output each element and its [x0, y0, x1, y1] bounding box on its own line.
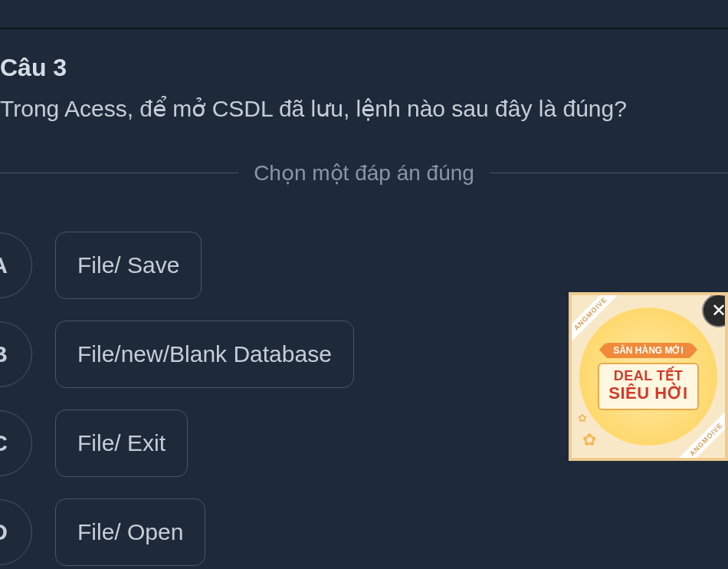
answer-text: File/ Save [55, 232, 202, 299]
question-number: Câu 3 [0, 54, 728, 82]
flower-icon: ✿ [582, 430, 596, 450]
ad-deal-box: DEAL TẾT SIÊU HỜI [598, 363, 698, 410]
divider-line-left [0, 173, 238, 173]
flower-icon: ✿ [578, 412, 587, 424]
answer-text: File/ Open [55, 498, 205, 566]
answer-letter: D [0, 499, 32, 565]
answer-option-d[interactable]: D File/ Open [0, 498, 728, 566]
ad-banner[interactable]: ANGMOIVE ANGMOIVE SĂN HÀNG MỚI DEAL TẾT … [569, 292, 728, 461]
answer-letter: B [0, 321, 32, 387]
close-icon: ✕ [711, 300, 726, 321]
question-text: Trong Acess, để mở CSDL đã lưu, lệnh nào… [0, 93, 728, 125]
instruction-text: Chọn một đáp án đúng [254, 160, 474, 186]
answer-text: File/ Exit [55, 409, 188, 477]
answer-text: File/new/Blank Database [55, 321, 354, 388]
ad-deal-line1: DEAL TẾT [608, 369, 687, 384]
answer-letter: A [0, 232, 32, 298]
answer-option-a[interactable]: A File/ Save [0, 232, 728, 299]
instruction-row: Chọn một đáp án đúng [0, 160, 728, 186]
answer-letter: C [0, 410, 32, 476]
ad-ribbon: SĂN HÀNG MỚI [605, 343, 691, 358]
divider-line-right [490, 173, 728, 173]
question-block: Câu 3 Trong Acess, để mở CSDL đã lưu, lệ… [0, 29, 728, 125]
ad-deal-line2: SIÊU HỜI [608, 384, 687, 403]
ad-circle: SĂN HÀNG MỚI DEAL TẾT SIÊU HỜI [579, 308, 717, 446]
